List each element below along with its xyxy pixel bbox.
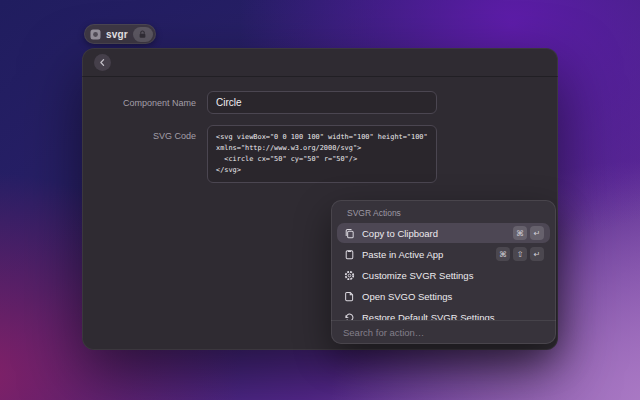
action-item-open-svgo-settings[interactable]: Open SVGO Settings bbox=[337, 286, 550, 306]
action-item-label: Copy to Clipboard bbox=[362, 228, 506, 239]
restore-icon bbox=[343, 312, 355, 321]
svgr-extension-icon bbox=[90, 29, 101, 40]
action-item-label: Paste in Active App bbox=[362, 249, 489, 260]
action-item-label: Customize SVGR Settings bbox=[362, 270, 544, 281]
action-item-copy-to-clipboard[interactable]: Copy to Clipboard ⌘ ↵ bbox=[337, 223, 550, 243]
document-icon bbox=[343, 291, 355, 302]
svg-code-textarea[interactable]: <svg viewBox="0 0 100 100" width="100" h… bbox=[207, 125, 437, 183]
action-item-customize-svgr-settings[interactable]: Customize SVGR Settings bbox=[337, 265, 550, 285]
action-item-restore-default-svgr-settings[interactable]: Restore Default SVGR Settings bbox=[337, 307, 550, 320]
lock-icon bbox=[138, 30, 147, 39]
actions-panel: SVGR Actions Copy to Clipboard ⌘ ↵ Paste… bbox=[331, 200, 556, 344]
app-pill[interactable]: svgr bbox=[84, 24, 156, 44]
back-button[interactable] bbox=[94, 54, 111, 71]
clipboard-copy-icon bbox=[343, 228, 355, 239]
shift-key: ⇧ bbox=[513, 247, 527, 261]
gear-icon bbox=[343, 270, 355, 281]
cmd-key: ⌘ bbox=[496, 247, 510, 261]
component-name-label: Component Name bbox=[82, 98, 207, 108]
action-item-label: Restore Default SVGR Settings bbox=[362, 312, 544, 321]
shortcut-keys: ⌘ ↵ bbox=[513, 226, 544, 240]
action-search-input[interactable] bbox=[341, 326, 546, 339]
app-pill-label: svgr bbox=[106, 29, 128, 40]
return-key: ↵ bbox=[530, 226, 544, 240]
cmd-key: ⌘ bbox=[513, 226, 527, 240]
actions-panel-title: SVGR Actions bbox=[331, 200, 556, 223]
desktop-background: svgr Component Name SVG Code <svg viewBo… bbox=[0, 0, 640, 400]
action-item-paste-in-active-app[interactable]: Paste in Active App ⌘ ⇧ ↵ bbox=[337, 244, 550, 264]
actions-list: Copy to Clipboard ⌘ ↵ Paste in Active Ap… bbox=[337, 223, 550, 320]
actions-panel-footer bbox=[331, 320, 556, 344]
action-item-label: Open SVGO Settings bbox=[362, 291, 544, 302]
svg-code-label: SVG Code bbox=[82, 125, 207, 183]
form: Component Name SVG Code <svg viewBox="0 … bbox=[82, 77, 558, 183]
window-header bbox=[82, 48, 558, 77]
component-name-row: Component Name bbox=[82, 91, 558, 114]
component-name-input[interactable] bbox=[207, 91, 437, 114]
clipboard-paste-icon bbox=[343, 249, 355, 260]
svg-code-row: SVG Code <svg viewBox="0 0 100 100" widt… bbox=[82, 125, 558, 183]
chevron-left-icon bbox=[98, 58, 107, 67]
shortcut-keys: ⌘ ⇧ ↵ bbox=[496, 247, 544, 261]
lock-chip[interactable] bbox=[133, 27, 153, 42]
return-key: ↵ bbox=[530, 247, 544, 261]
